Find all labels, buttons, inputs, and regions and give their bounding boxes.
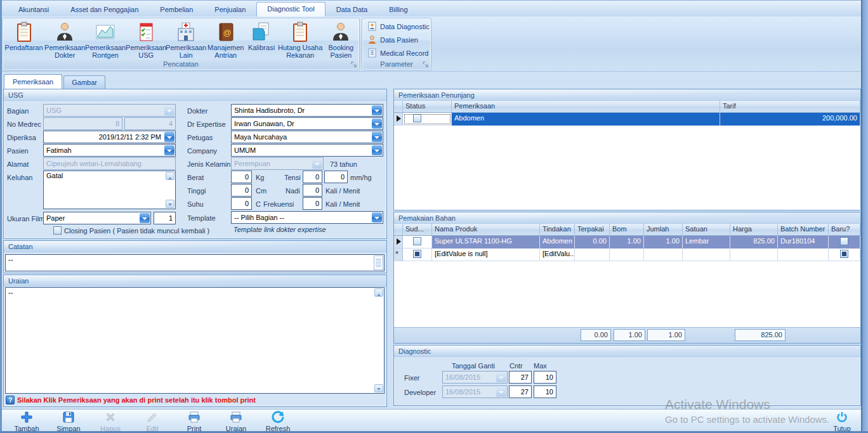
keluhan-textarea[interactable]: Gatal xyxy=(43,171,176,209)
fixer-max-field[interactable]: 10 xyxy=(534,371,556,384)
chevron-down-icon[interactable] xyxy=(164,132,174,142)
ribbon-item-medical-record[interactable]: Medical Record xyxy=(362,46,431,60)
tab-pembelian[interactable]: Pembelian xyxy=(149,3,204,16)
chevron-down-icon[interactable] xyxy=(372,132,382,142)
simpan-button[interactable]: Simpan xyxy=(48,411,89,432)
ribbon-button-booking-pasien[interactable]: Booking Pasien xyxy=(324,19,358,59)
chevron-down-icon[interactable] xyxy=(372,212,382,223)
terpakai-cell[interactable]: 0.00 xyxy=(575,236,610,249)
ribbon-button-pemeriksaan-rontgen[interactable]: Pemeriksaan Rontgen xyxy=(85,19,126,59)
tab-pemeriksaan[interactable]: Pemeriksaan xyxy=(4,74,62,89)
nama-produk-cell[interactable]: [EditValue is null] xyxy=(432,249,540,261)
tab-billing[interactable]: Billing xyxy=(378,3,418,16)
column-header-baru[interactable]: Baru? xyxy=(829,224,860,236)
developer-max-field[interactable]: 10 xyxy=(534,385,556,398)
ribbon-button-hutang-usaha-rekanan[interactable]: Hutang Usaha Rekanan xyxy=(277,19,324,59)
tab-diagnostic-tool[interactable]: Diagnostic Tool xyxy=(256,2,325,16)
column-header-terpakai[interactable]: Terpakai xyxy=(575,224,610,236)
column-header-satuan[interactable]: Satuan xyxy=(683,224,730,236)
column-header-sudah[interactable]: Sud... xyxy=(403,224,432,236)
uraian-button[interactable]: Uraian xyxy=(216,411,256,432)
dr-expertise-select[interactable]: Irwan Gunawan, Dr xyxy=(231,117,383,130)
suhu-field[interactable]: 0 xyxy=(231,197,252,210)
ribbon-item-data-pasien[interactable]: Data Pasien xyxy=(362,33,431,46)
tindakan-cell[interactable]: [EditValu... xyxy=(540,249,575,261)
column-header-status[interactable]: Status xyxy=(403,101,452,113)
catatan-field[interactable]: -- xyxy=(5,254,385,271)
ribbon-button-pendaftaran[interactable]: Pendaftaran xyxy=(3,19,44,59)
dialog-launcher-icon[interactable] xyxy=(351,61,358,68)
berat-field[interactable]: 0 xyxy=(231,171,252,183)
ribbon-button-pemeriksaan-dokter[interactable]: Pemeriksaan Dokter xyxy=(44,19,85,59)
chevron-down-icon[interactable] xyxy=(372,145,382,155)
bahan-row-1[interactable]: Super ULSTAR 1100-HG Abdomen 0.00 1.00 1… xyxy=(394,236,860,249)
scroll-down-icon[interactable] xyxy=(166,200,174,208)
tinggi-field[interactable]: 0 xyxy=(231,184,252,197)
developer-cntr-field[interactable]: 27 xyxy=(509,385,532,398)
tutup-button[interactable]: Tutup xyxy=(825,411,859,432)
template-select[interactable]: -- Pilih Bagian -- xyxy=(231,211,383,224)
tab-penjualan[interactable]: Penjualan xyxy=(204,3,256,16)
column-header-tarif[interactable]: Tarif xyxy=(720,101,860,113)
catatan-scrollbar[interactable] xyxy=(374,255,383,270)
ribbon-button-kalibrasi[interactable]: Kalibrasi xyxy=(246,19,277,59)
jumlah-cell[interactable]: 1.00 xyxy=(644,236,683,249)
print-button[interactable]: Print xyxy=(174,411,214,432)
nadi-field[interactable]: 0 xyxy=(303,184,322,197)
frekuensi-field[interactable]: 0 xyxy=(303,197,322,210)
ribbon-item-data-diagnostic[interactable]: Data Diagnostic xyxy=(362,20,431,33)
tambah-button[interactable]: Tambah xyxy=(6,411,47,432)
fixer-cntr-field[interactable]: 27 xyxy=(509,371,532,384)
scroll-up-icon[interactable] xyxy=(166,172,174,180)
dokter-select[interactable]: Shinta Hadisubroto, Dr xyxy=(231,104,383,117)
petugas-select[interactable]: Maya Nurcahaya xyxy=(231,131,383,143)
column-header-harga[interactable]: Harga xyxy=(730,224,778,236)
chevron-down-icon[interactable] xyxy=(164,145,174,155)
chevron-down-icon[interactable] xyxy=(140,213,150,223)
chevron-down-icon[interactable] xyxy=(372,105,382,115)
column-header-tindakan[interactable]: Tindakan xyxy=(540,224,575,236)
baru-cell[interactable] xyxy=(829,236,860,249)
tab-akuntansi[interactable]: Akuntansi xyxy=(8,3,60,16)
bom-cell[interactable]: 1.00 xyxy=(610,236,644,249)
pemeriksaan-cell[interactable]: Abdomen xyxy=(452,113,720,126)
ribbon-button-pemeriksaan-usg[interactable]: Pemeriksaan USG xyxy=(126,19,166,59)
closing-pasien-checkbox[interactable] xyxy=(53,226,62,235)
no-medrec-field-2: 4 xyxy=(124,117,176,130)
company-select[interactable]: UMUM xyxy=(231,144,383,157)
tab-asset-dan-penggajian[interactable]: Asset dan Penggajian xyxy=(60,3,149,16)
nama-produk-cell[interactable]: Super ULSTAR 1100-HG xyxy=(432,236,540,249)
column-header-pemeriksaan[interactable]: Pemeriksaan xyxy=(452,101,720,113)
uraian-textarea[interactable]: -- xyxy=(5,287,385,394)
column-header-bom[interactable]: Bom xyxy=(610,224,644,236)
status-cell[interactable] xyxy=(403,113,452,126)
chevron-down-icon[interactable] xyxy=(372,119,382,129)
pasien-select[interactable]: Fatimah xyxy=(43,144,176,157)
scroll-up-icon[interactable] xyxy=(374,288,383,297)
ukuran-film-count-field[interactable]: 1 xyxy=(154,212,176,224)
tindakan-cell[interactable]: Abdomen xyxy=(540,236,575,249)
refresh-button[interactable]: Refresh xyxy=(258,411,298,432)
harga-cell[interactable]: 825.00 xyxy=(730,236,778,249)
diperiksa-datetime-picker[interactable]: 2019/12/11 2:32 PM xyxy=(43,131,176,143)
bahan-new-row[interactable]: * [EditValue is null] [EditValu... xyxy=(394,249,860,261)
baru-cell[interactable] xyxy=(829,249,860,261)
tab-gambar[interactable]: Gambar xyxy=(63,75,105,89)
column-header-nama-produk[interactable]: Nama Produk xyxy=(432,224,540,236)
satuan-cell[interactable]: Lembar xyxy=(683,236,730,249)
tensi-field-1[interactable]: 0 xyxy=(303,171,322,183)
tarif-cell[interactable]: 200,000.00 xyxy=(720,113,860,126)
tensi-field-2[interactable]: 0 xyxy=(324,171,348,183)
ribbon-button-pemeriksaan-lain[interactable]: Pemeriksaan Lain xyxy=(166,19,206,59)
sudah-cell[interactable] xyxy=(403,249,432,261)
scroll-down-icon[interactable] xyxy=(374,384,383,392)
column-header-batch-number[interactable]: Batch Number xyxy=(778,224,829,236)
column-header-jumlah[interactable]: Jumlah xyxy=(644,224,683,236)
batch-number-cell[interactable]: Dur180104 xyxy=(778,236,829,249)
ribbon-button-manajemen-antrian[interactable]: @ Manajemen Antrian xyxy=(206,19,246,59)
penunjang-row[interactable]: Abdomen 200,000.00 xyxy=(394,113,860,126)
ukuran-film-select[interactable]: Paper xyxy=(43,212,151,224)
dialog-launcher-icon[interactable] xyxy=(423,61,430,68)
tab-data-data[interactable]: Data Data xyxy=(326,3,379,16)
sudah-cell[interactable] xyxy=(403,236,432,249)
